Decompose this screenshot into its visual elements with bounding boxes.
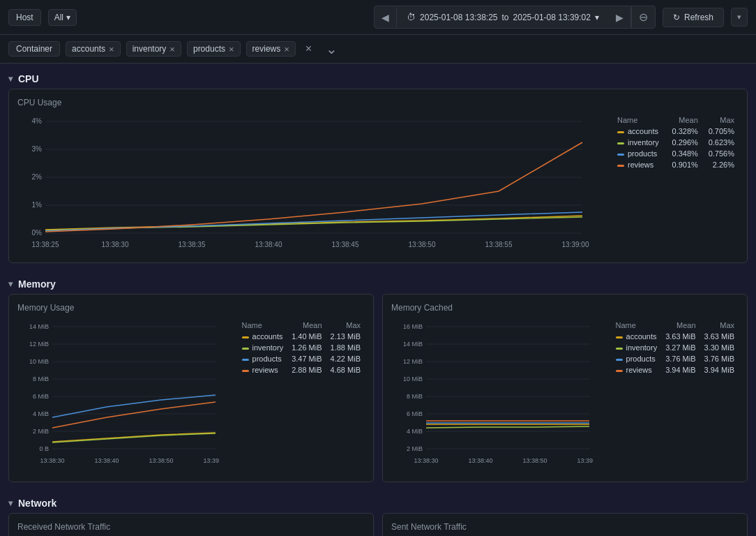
svg-text:1%: 1% (32, 201, 43, 209)
cpu-legend-name: products (613, 148, 666, 159)
svg-text:8 MiB: 8 MiB (33, 375, 49, 382)
network-section-header[interactable]: ▾ Network (8, 493, 748, 513)
mc-legend-max: 3.63 MiB (700, 331, 739, 342)
filter-tag-reviews-close[interactable]: × (284, 45, 289, 54)
svg-text:13:38:50: 13:38:50 (522, 457, 547, 464)
mu-legend-row-accounts: accounts 1.40 MiB 2.13 MiB (238, 331, 365, 342)
cpu-legend-row-products: products 0.348% 0.756% (613, 148, 739, 159)
svg-text:13:38:40: 13:38:40 (468, 457, 492, 464)
svg-text:13:38:30: 13:38:30 (414, 457, 438, 464)
filter-tag-accounts[interactable]: accounts × (66, 41, 121, 57)
mc-legend-row-accounts: accounts 3.63 MiB 3.63 MiB (612, 331, 739, 342)
svg-text:6 MiB: 6 MiB (407, 410, 423, 417)
svg-text:13:38:45: 13:38:45 (332, 241, 359, 248)
filter-clear-button[interactable]: × (301, 41, 316, 57)
time-start: 2025-01-08 13:38:25 (420, 13, 497, 22)
cpu-legend-max: 0.756% (702, 148, 739, 159)
mu-legend-name-header: Name (238, 320, 288, 331)
refresh-button[interactable]: ↻ Refresh (663, 8, 724, 27)
svg-text:10 MiB: 10 MiB (29, 358, 49, 365)
memory-section-label: Memory (18, 278, 56, 290)
mu-legend-mean-header: Mean (287, 320, 326, 331)
cpu-legend-max: 0.705% (702, 126, 739, 137)
mc-legend-max: 3.94 MiB (700, 364, 739, 375)
memory-cached-svg: 16 MiB 14 MiB 12 MiB 10 MiB 8 MiB 6 MiB … (391, 320, 594, 473)
mu-legend-name: reviews (238, 364, 288, 375)
mc-legend-max: 3.76 MiB (700, 353, 739, 364)
time-prev-button[interactable]: ◀ (375, 8, 397, 27)
filter-tag-inventory-close[interactable]: × (169, 45, 175, 54)
refresh-label: Refresh (684, 13, 713, 22)
cpu-section-header[interactable]: ▾ CPU (8, 69, 748, 89)
memory-cached-chart-area: 16 MiB 14 MiB 12 MiB 10 MiB 8 MiB 6 MiB … (391, 320, 739, 473)
svg-text:13:38:55: 13:38:55 (485, 241, 513, 248)
svg-text:14 MiB: 14 MiB (29, 323, 49, 330)
memory-section-header[interactable]: ▾ Memory (8, 274, 748, 294)
all-label: All (54, 13, 63, 22)
cpu-usage-chart-box: CPU Usage (8, 89, 748, 263)
memory-usage-legend: Name Mean Max accounts 1.40 MiB 2.13 MiB… (238, 320, 365, 473)
cpu-section-label: CPU (18, 73, 39, 84)
filter-tag-products[interactable]: products × (187, 41, 241, 57)
mc-legend-row-reviews: reviews 3.94 MiB 3.94 MiB (612, 364, 739, 375)
all-dropdown[interactable]: All ▾ (48, 9, 77, 26)
cpu-usage-chart-title: CPU Usage (17, 98, 739, 107)
mc-legend-name: inventory (612, 342, 662, 353)
cpu-legend-name: inventory (613, 137, 666, 148)
svg-text:13:38:40: 13:38:40 (94, 457, 119, 464)
cpu-legend-max: 2.26% (702, 159, 739, 170)
mc-legend-name: products (612, 353, 662, 364)
mc-legend-row-inventory: inventory 3.27 MiB 3.30 MiB (612, 342, 739, 353)
network-section: ▾ Network Received Network Traffic Sent … (8, 493, 748, 536)
mu-legend-max: 4.68 MiB (326, 364, 365, 375)
svg-text:16 MiB: 16 MiB (403, 323, 423, 330)
mu-legend-name: inventory (238, 342, 288, 353)
cpu-legend-name: reviews (613, 159, 666, 170)
cpu-legend-row-accounts: accounts 0.328% 0.705% (613, 126, 739, 137)
svg-text:6 MiB: 6 MiB (33, 393, 49, 400)
filter-tag-products-label: products (193, 44, 225, 54)
svg-text:4 MiB: 4 MiB (33, 410, 49, 417)
cpu-legend-row-inventory: inventory 0.296% 0.623% (613, 137, 739, 148)
mc-legend-mean: 3.63 MiB (661, 331, 700, 342)
svg-text:2 MiB: 2 MiB (407, 445, 423, 452)
memory-cached-canvas: 16 MiB 14 MiB 12 MiB 10 MiB 8 MiB 6 MiB … (391, 320, 603, 473)
mu-legend-row-products: products 3.47 MiB 4.22 MiB (238, 353, 365, 364)
filter-tag-products-close[interactable]: × (229, 45, 234, 54)
mc-legend-name-header: Name (612, 320, 662, 331)
cpu-legend-mean: 0.901% (666, 159, 702, 170)
cpu-legend-row-reviews: reviews 0.901% 2.26% (613, 159, 739, 170)
network-section-label: Network (18, 498, 56, 509)
memory-usage-svg: 14 MiB 12 MiB 10 MiB 8 MiB 6 MiB 4 MiB 2… (17, 320, 220, 473)
cpu-usage-chart-area: 4% 3% 2% 1% 0% 13:38:25 13:38:30 13:38:3… (17, 114, 739, 254)
svg-text:13:38:50: 13:38:50 (149, 457, 173, 464)
refresh-dropdown[interactable]: ▾ (731, 8, 748, 27)
cpu-legend-mean-header: Mean (666, 114, 702, 126)
filter-add-button[interactable]: ⌄ (322, 39, 342, 59)
mu-legend-mean: 1.26 MiB (287, 342, 326, 353)
memory-usage-chart-box: Memory Usage (8, 294, 374, 482)
filter-tag-inventory[interactable]: inventory × (126, 41, 181, 57)
mu-legend-max-header: Max (326, 320, 365, 331)
cpu-legend-name: accounts (613, 126, 666, 137)
host-button[interactable]: Host (8, 9, 41, 26)
filter-tag-reviews[interactable]: reviews × (246, 41, 296, 57)
clock-icon: ⏱ (407, 12, 416, 22)
sent-traffic-title: Sent Network Traffic (391, 522, 739, 532)
time-next-button[interactable]: ▶ (609, 8, 631, 27)
memory-cached-chart-title: Memory Cached (391, 303, 739, 313)
cpu-section: ▾ CPU CPU Usage (8, 69, 748, 263)
filter-bar: Container accounts × inventory × product… (0, 35, 756, 64)
zoom-button[interactable]: ⊖ (631, 6, 655, 28)
filter-tag-accounts-close[interactable]: × (109, 45, 114, 54)
svg-text:13:38:25: 13:38:25 (32, 241, 59, 248)
mc-legend-name: accounts (612, 331, 662, 342)
memory-section: ▾ Memory Memory Usage (8, 274, 748, 482)
cpu-legend-max-header: Max (702, 114, 739, 126)
svg-text:10 MiB: 10 MiB (403, 375, 423, 382)
svg-text:4 MiB: 4 MiB (407, 428, 423, 435)
mu-legend-max: 2.13 MiB (326, 331, 365, 342)
filter-tag-accounts-label: accounts (72, 44, 105, 54)
cpu-svg: 4% 3% 2% 1% 0% 13:38:25 13:38:30 13:38:3… (17, 114, 589, 254)
mc-legend-mean: 3.76 MiB (661, 353, 700, 364)
